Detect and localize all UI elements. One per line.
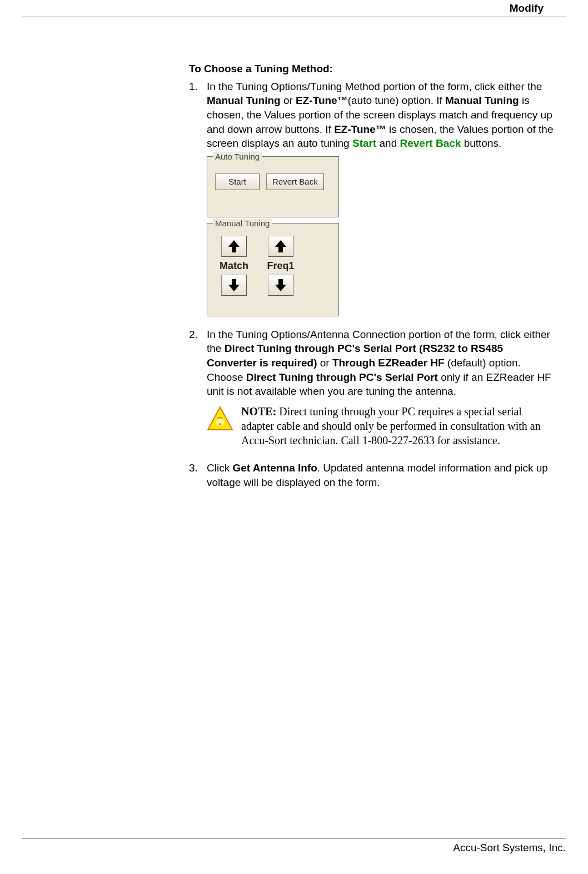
step-2: 2. In the Tuning Options/Antenna Connect…: [189, 327, 555, 455]
manual-tuning-grid: Match Freq1: [207, 231, 338, 300]
warning-icon: [207, 405, 233, 432]
freq-label: Freq1: [267, 259, 294, 272]
step-1-number: 1.: [189, 80, 207, 322]
match-down-button[interactable]: [221, 275, 247, 296]
note-text: Direct tuning through your PC requires a…: [241, 405, 541, 446]
revert-back-button[interactable]: Revert Back: [266, 173, 324, 190]
page-header: Modify: [22, 0, 566, 17]
step-3-bold-get-antenna-info: Get Antenna Info: [232, 462, 317, 474]
freq-down-button[interactable]: [268, 275, 293, 296]
arrow-up-icon: [228, 240, 240, 252]
step-2-bold-through-ezreader: Through EZReader HF: [332, 357, 445, 369]
step-3-text-a: Click: [207, 462, 232, 474]
note-block: NOTE: Direct tuning through your PC requ…: [207, 404, 555, 448]
step-3-number: 3.: [189, 461, 207, 489]
note-body: NOTE: Direct tuning through your PC requ…: [241, 404, 555, 448]
step-2-text-b: or: [317, 357, 332, 369]
auto-tuning-panel: Auto Tuning Start Revert Back: [207, 156, 339, 217]
step-1-bold-manual-tuning: Manual Tuning: [207, 95, 281, 106]
note-label: NOTE:: [241, 405, 276, 418]
page-header-title: Modify: [510, 2, 544, 14]
step-1-text-f: and: [376, 137, 400, 149]
freq-up-button[interactable]: [268, 236, 293, 257]
step-3-body: Click Get Antenna Info. Updated antenna …: [207, 461, 555, 489]
step-1-text-c: (auto tune) option. If: [348, 95, 445, 106]
page-content: To Choose a Tuning Method: 1. In the Tun…: [189, 62, 555, 489]
step-1-green-revert-back: Revert Back: [400, 137, 461, 149]
step-1-text-a: In the Tuning Options/Tuning Method port…: [207, 81, 542, 92]
step-1-text-b: or: [281, 95, 296, 106]
step-1-green-start: Start: [352, 137, 376, 149]
auto-tuning-buttons: Start Revert Back: [207, 167, 338, 197]
match-up-button[interactable]: [221, 236, 247, 257]
step-2-number: 2.: [189, 327, 207, 455]
match-label: Match: [220, 259, 248, 272]
step-1-text-g: buttons.: [461, 137, 501, 149]
arrow-down-icon: [228, 279, 240, 291]
step-1-bold-ez-tune: EZ-Tune™: [296, 95, 348, 106]
manual-tuning-panel: Manual Tuning Match Freq1: [207, 223, 339, 316]
step-3: 3. Click Get Antenna Info. Updated anten…: [189, 461, 555, 489]
footer-company: Accu-Sort Systems, Inc.: [453, 842, 566, 853]
manual-tuning-label: Manual Tuning: [213, 218, 272, 227]
auto-tuning-label: Auto Tuning: [213, 152, 262, 160]
step-2-body: In the Tuning Options/Antenna Connection…: [207, 327, 555, 455]
step-1-body: In the Tuning Options/Tuning Method port…: [207, 80, 555, 322]
step-1: 1. In the Tuning Options/Tuning Method p…: [189, 80, 555, 322]
arrow-up-icon: [275, 240, 286, 252]
start-button[interactable]: Start: [215, 173, 260, 190]
step-1-bold-manual-tuning-2: Manual Tuning: [445, 95, 519, 106]
svg-point-0: [216, 418, 224, 426]
arrow-down-icon: [275, 279, 286, 291]
step-1-bold-ez-tune-2: EZ-Tune™: [334, 123, 386, 135]
page-footer: Accu-Sort Systems, Inc.: [22, 838, 566, 854]
section-heading: To Choose a Tuning Method:: [189, 62, 555, 76]
step-2-bold-direct-tuning-2: Direct Tuning through PC's Serial Port: [246, 371, 438, 383]
